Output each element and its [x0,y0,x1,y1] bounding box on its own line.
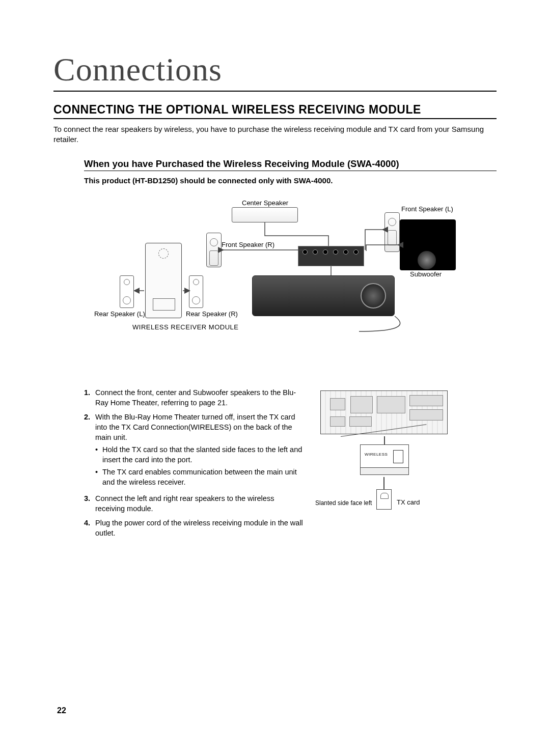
step-3-text: Connect the left and right rear speakers… [95,493,303,514]
label-subwoofer: Subwoofer [410,270,442,278]
center-speaker-icon [232,207,298,222]
compatibility-note: This product (HT-BD1250) should be conne… [84,176,497,185]
step-1: 1. Connect the front, center and Subwoof… [84,387,303,408]
wireless-slot-icon [360,444,409,468]
tx-card-diagram: Slanted side face left TX card [315,387,453,520]
front-speaker-l-icon [384,212,400,252]
label-front-speaker-r: Front Speaker (R) [222,241,274,248]
step-2-bullet-1: •Hold the TX card so that the slanted si… [95,444,303,465]
step-4-text: Plug the power cord of the wireless rece… [95,518,303,538]
sub-heading: When you have Purchased the Wireless Rec… [84,158,497,171]
wireless-tray-icon [360,468,409,475]
instruction-list: 1. Connect the front, center and Subwoof… [84,387,303,542]
back-panel-icon [320,390,448,434]
step-3: 3. Connect the left and right rear speak… [84,493,303,514]
rear-speaker-r-icon [189,275,203,308]
chapter-title: Connections [53,51,497,92]
label-rear-speaker-l: Rear Speaker (L) [94,310,145,318]
page-number: 22 [57,706,66,715]
step-4: 4. Plug the power cord of the wireless r… [84,518,303,538]
step-2: 2. With the Blu-Ray Home Theater turned … [84,412,303,489]
label-rear-speaker-r: Rear Speaker (R) [186,310,238,318]
slanted-side-label: Slanted side face left [315,499,372,507]
label-center-speaker: Center Speaker [242,199,288,207]
step-2-bullet-2: •The TX card enables communication betwe… [95,467,303,487]
step-2-text: With the Blu-Ray Home Theater turned off… [95,413,295,441]
label-front-speaker-l: Front Speaker (L) [401,205,453,213]
front-speaker-r-icon [206,233,222,267]
tx-card-icon [376,489,392,510]
speaker-port-panel-icon [298,246,364,266]
instruction-block: 1. Connect the front, center and Subwoof… [84,387,497,542]
tx-card-label: TX card [397,498,420,506]
subwoofer-icon [400,219,456,270]
label-wireless-receiver-module: WIRELESS RECEIVER MODULE [132,323,239,331]
connection-diagram: Center Speaker Front Speaker (L) Front S… [84,199,481,367]
section-heading: CONNECTING THE OPTIONAL WIRELESS RECEIVI… [53,103,497,119]
step-1-text: Connect the front, center and Subwoofer … [95,387,303,408]
wireless-receiver-module-icon [145,243,182,318]
rear-speaker-l-icon [120,275,134,308]
intro-text: To connect the rear speakers by wireless… [53,124,497,145]
main-unit-icon [252,275,395,316]
